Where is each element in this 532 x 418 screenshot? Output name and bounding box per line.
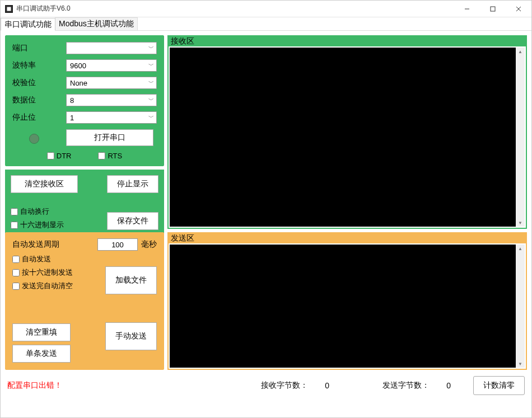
period-input[interactable] bbox=[97, 238, 138, 251]
button-label: 停止显示 bbox=[117, 179, 148, 189]
minimize-button[interactable] bbox=[454, 1, 480, 17]
checkbox-label: 按十六进制发送 bbox=[22, 267, 73, 278]
row-mid: 自动发送周期 毫秒 自动发送 按十六进制发送 发送完自动清空 清空重填 单条发送 bbox=[5, 232, 527, 370]
clear-refill-button[interactable]: 清空重填 bbox=[12, 323, 71, 341]
tab-label: 串口调试功能 bbox=[4, 20, 52, 30]
tx-area: 发送区 ▲ ▼ bbox=[167, 232, 527, 370]
rts-checkbox[interactable]: RTS bbox=[98, 152, 122, 160]
svg-rect-3 bbox=[491, 7, 495, 11]
checkbox-label: 自动发送 bbox=[22, 254, 51, 264]
chevron-down-icon: ﹀ bbox=[148, 114, 154, 121]
button-label: 计数清零 bbox=[483, 381, 515, 391]
tab-serial-debug[interactable]: 串口调试功能 bbox=[1, 18, 55, 31]
serial-config-panel: 端口 ﹀ 波特率 9600 ﹀ 校验位 bbox=[5, 35, 164, 166]
button-label: 加载文件 bbox=[115, 275, 147, 285]
app-window: 串口调试助手V6.0 串口调试功能 Modbus主机调试功能 端口 ﹀ bbox=[0, 0, 532, 418]
auto-clear-checkbox[interactable]: 发送完自动清空 bbox=[12, 281, 100, 291]
button-label: 打开串口 bbox=[94, 133, 125, 143]
scrollbar[interactable]: ▲ ▼ bbox=[516, 48, 525, 227]
svg-rect-1 bbox=[7, 7, 11, 11]
checkbox-label: RTS bbox=[108, 152, 122, 160]
rx-area: 接收区 ▲ ▼ bbox=[167, 35, 527, 229]
scrollbar[interactable]: ▲ ▼ bbox=[516, 245, 525, 368]
scroll-down-icon[interactable]: ▼ bbox=[516, 360, 525, 368]
clear-rx-button[interactable]: 清空接收区 bbox=[11, 175, 78, 193]
checkbox-label: 自动换行 bbox=[20, 206, 49, 217]
checkbox-label: 发送完自动清空 bbox=[22, 281, 73, 291]
select-value: 8 bbox=[70, 96, 74, 105]
rx-controls-panel: 清空接收区 自动换行 十六进制显示 停止显示 保存文件 bbox=[5, 170, 164, 236]
rx-textarea[interactable]: ▲ ▼ bbox=[170, 48, 525, 227]
button-label: 保存文件 bbox=[117, 216, 148, 226]
port-label: 端口 bbox=[12, 43, 66, 53]
open-port-button[interactable]: 打开串口 bbox=[66, 129, 153, 146]
chevron-down-icon: ﹀ bbox=[148, 44, 154, 52]
dtr-checkbox[interactable]: DTR bbox=[47, 152, 72, 160]
connection-indicator-icon bbox=[29, 134, 39, 144]
chevron-down-icon: ﹀ bbox=[148, 96, 154, 104]
pause-display-button[interactable]: 停止显示 bbox=[107, 175, 158, 193]
window-controls bbox=[454, 1, 531, 17]
period-label: 自动发送周期 bbox=[12, 239, 59, 250]
chevron-down-icon: ﹀ bbox=[148, 79, 154, 87]
rx-count-label: 接收字节数： bbox=[261, 381, 308, 391]
hex-display-checkbox[interactable]: 十六进制显示 bbox=[11, 220, 101, 230]
port-select[interactable]: ﹀ bbox=[66, 42, 157, 54]
stop-bits-label: 停止位 bbox=[12, 112, 66, 123]
reset-count-button[interactable]: 计数清零 bbox=[473, 376, 525, 395]
error-message: 配置串口出错！ bbox=[7, 381, 62, 391]
checkbox-label: 十六进制显示 bbox=[20, 220, 64, 230]
manual-send-button[interactable]: 手动发送 bbox=[105, 322, 157, 350]
baud-label: 波特率 bbox=[12, 60, 66, 71]
button-label: 手动发送 bbox=[115, 331, 147, 341]
row-top: 端口 ﹀ 波特率 9600 ﹀ 校验位 bbox=[5, 35, 527, 229]
close-button[interactable] bbox=[506, 1, 531, 17]
maximize-button[interactable] bbox=[480, 1, 506, 17]
auto-send-checkbox[interactable]: 自动发送 bbox=[12, 254, 100, 264]
content-area: 端口 ﹀ 波特率 9600 ﹀ 校验位 bbox=[1, 31, 531, 417]
data-bits-label: 数据位 bbox=[12, 95, 66, 105]
load-file-button[interactable]: 加载文件 bbox=[105, 266, 157, 294]
window-title: 串口调试助手V6.0 bbox=[16, 4, 454, 13]
left-column-top: 端口 ﹀ 波特率 9600 ﹀ 校验位 bbox=[5, 35, 164, 229]
select-value: 9600 bbox=[70, 62, 86, 70]
scroll-up-icon[interactable]: ▲ bbox=[516, 245, 525, 252]
scroll-up-icon[interactable]: ▲ bbox=[516, 48, 525, 55]
data-bits-select[interactable]: 8 ﹀ bbox=[66, 94, 157, 106]
checkbox-label: DTR bbox=[57, 152, 72, 160]
tab-bar: 串口调试功能 Modbus主机调试功能 bbox=[1, 17, 531, 31]
rx-count-value: 0 bbox=[325, 381, 329, 390]
baud-select[interactable]: 9600 ﹀ bbox=[66, 59, 157, 72]
select-value: 1 bbox=[70, 114, 74, 122]
tx-title: 发送区 bbox=[169, 233, 526, 243]
tx-count-value: 0 bbox=[446, 381, 451, 390]
footer-row: 配置串口出错！ 接收字节数： 0 发送字节数： 0 计数清零 bbox=[5, 373, 527, 398]
parity-label: 校验位 bbox=[12, 78, 66, 88]
parity-select[interactable]: None ﹀ bbox=[66, 77, 157, 89]
tx-textarea[interactable]: ▲ ▼ bbox=[170, 245, 525, 368]
titlebar: 串口调试助手V6.0 bbox=[1, 1, 531, 17]
button-label: 清空重填 bbox=[26, 327, 57, 337]
button-label: 清空接收区 bbox=[25, 179, 64, 189]
hex-send-checkbox[interactable]: 按十六进制发送 bbox=[12, 267, 100, 278]
chevron-down-icon: ﹀ bbox=[148, 62, 154, 69]
save-file-button[interactable]: 保存文件 bbox=[107, 212, 158, 230]
period-unit: 毫秒 bbox=[141, 239, 157, 250]
stop-bits-select[interactable]: 1 ﹀ bbox=[66, 111, 157, 124]
button-label: 单条发送 bbox=[26, 349, 57, 359]
tx-count-label: 发送字节数： bbox=[382, 381, 430, 391]
select-value: None bbox=[70, 79, 87, 87]
rx-title: 接收区 bbox=[169, 36, 526, 46]
auto-wrap-checkbox[interactable]: 自动换行 bbox=[11, 206, 101, 217]
tab-modbus-master[interactable]: Modbus主机调试功能 bbox=[55, 17, 138, 30]
app-icon bbox=[5, 5, 13, 13]
single-send-button[interactable]: 单条发送 bbox=[12, 345, 71, 363]
scroll-down-icon[interactable]: ▼ bbox=[516, 219, 525, 227]
tx-controls-panel: 自动发送周期 毫秒 自动发送 按十六进制发送 发送完自动清空 清空重填 单条发送 bbox=[5, 232, 164, 370]
tab-label: Modbus主机调试功能 bbox=[59, 19, 134, 29]
